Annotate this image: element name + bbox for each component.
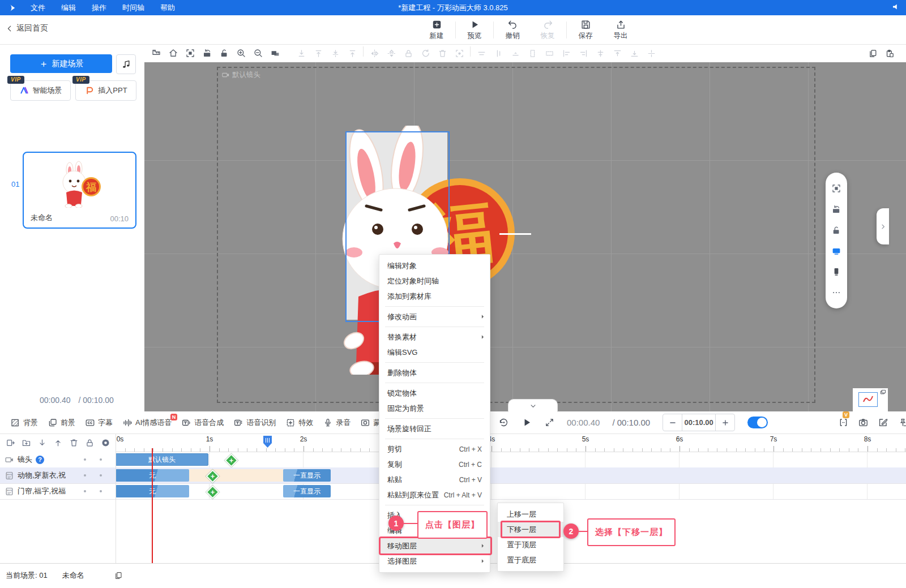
rotate-screen-icon[interactable] bbox=[831, 204, 841, 214]
tool-AI情感语音[interactable]: AI情感语音N bbox=[122, 418, 172, 428]
folder-plus-icon[interactable] bbox=[22, 438, 31, 448]
lock-icon[interactable] bbox=[85, 438, 95, 448]
submenu-item-置于底层[interactable]: 置于底层 bbox=[498, 552, 563, 568]
unlock-icon[interactable] bbox=[831, 225, 841, 235]
menu-item-时间轴[interactable]: 时间轴 bbox=[114, 0, 152, 15]
menu-item-帮助[interactable]: 帮助 bbox=[152, 0, 183, 15]
replay-icon[interactable] bbox=[498, 417, 509, 428]
track-toggle-dot[interactable] bbox=[84, 490, 86, 492]
tool-录音[interactable]: 录音 bbox=[323, 418, 351, 428]
pin-tool-icon[interactable] bbox=[898, 417, 906, 428]
tool-背景[interactable]: 背景 bbox=[10, 418, 38, 428]
context-item-固定为前景[interactable]: 固定为前景 bbox=[379, 401, 490, 416]
paste-icon[interactable] bbox=[881, 46, 898, 60]
popout-window-icon[interactable] bbox=[879, 389, 887, 396]
help-icon[interactable]: ? bbox=[36, 456, 44, 464]
duration-increase-button[interactable] bbox=[716, 414, 734, 431]
context-item-添加到素材库[interactable]: 添加到素材库 bbox=[379, 289, 490, 304]
arrow-down-icon[interactable] bbox=[37, 438, 47, 448]
submenu-item-下移一层[interactable]: 下移一层 bbox=[498, 522, 563, 537]
zoom-in-icon[interactable] bbox=[233, 46, 250, 60]
tool-语音识别[interactable]: 语音识别 bbox=[233, 418, 276, 428]
add-animation-diamond[interactable] bbox=[206, 485, 219, 499]
clip-默认镜头[interactable]: 默认镜头 bbox=[116, 453, 208, 466]
menu-item-文件[interactable]: 文件 bbox=[23, 0, 53, 15]
context-item-场景旋转回正[interactable]: 场景旋转回正 bbox=[379, 421, 490, 436]
context-item-编辑SVG[interactable]: 编辑SVG bbox=[379, 345, 490, 360]
preview-button[interactable]: 预览 bbox=[457, 19, 492, 41]
timeline-ruler[interactable]: 0s1s2s3s4s5s6s7s8s bbox=[116, 434, 906, 452]
zoom-out-icon[interactable] bbox=[250, 46, 267, 60]
layers-flat-icon[interactable] bbox=[267, 46, 284, 60]
copy-scene-icon[interactable] bbox=[114, 571, 123, 580]
clip-一直显示[interactable]: 一直显示 bbox=[283, 469, 331, 482]
landscape-icon[interactable] bbox=[831, 246, 841, 256]
context-item-锁定物体[interactable]: 锁定物体 bbox=[379, 385, 490, 401]
dots-icon[interactable] bbox=[831, 287, 841, 298]
smart-scene-button[interactable]: VIP 智能场景 bbox=[10, 80, 71, 101]
visible-dark-icon[interactable] bbox=[101, 438, 110, 448]
arrow-up-icon[interactable] bbox=[53, 438, 63, 448]
menu-item-操作[interactable]: 操作 bbox=[84, 0, 114, 15]
save-button[interactable]: 保存 bbox=[568, 19, 603, 41]
auto-advance-toggle[interactable] bbox=[747, 417, 768, 428]
insert-ppt-button[interactable]: VIP 插入PPT bbox=[75, 80, 136, 101]
home-icon[interactable] bbox=[165, 46, 182, 60]
context-item-定位对象时间轴[interactable]: 定位对象时间轴 bbox=[379, 273, 490, 289]
fit-screen-icon[interactable] bbox=[831, 183, 841, 194]
undo-button[interactable]: 撤销 bbox=[495, 19, 530, 41]
fit-screen-icon[interactable] bbox=[182, 46, 199, 60]
context-item-编辑对象[interactable]: 编辑对象 bbox=[379, 258, 490, 273]
track-toggle-dot[interactable] bbox=[100, 490, 102, 492]
context-item-复制[interactable]: 复制Ctrl + C bbox=[379, 457, 490, 472]
import-clip-icon[interactable] bbox=[6, 438, 15, 448]
menu-item-编辑[interactable]: 编辑 bbox=[53, 0, 84, 15]
timeline-collapse-tab[interactable] bbox=[508, 399, 558, 412]
context-item-替换素材[interactable]: 替换素材 bbox=[379, 329, 490, 345]
duration-decrease-button[interactable] bbox=[663, 414, 682, 431]
panel-expander[interactable] bbox=[877, 208, 889, 244]
submenu-item-上移一层[interactable]: 上移一层 bbox=[498, 507, 563, 522]
submenu-item-置于顶层[interactable]: 置于顶层 bbox=[498, 537, 563, 552]
track-toggle-dot[interactable] bbox=[84, 458, 86, 461]
track-toggle-dot[interactable] bbox=[100, 474, 102, 477]
object-handle[interactable] bbox=[499, 233, 531, 235]
context-item-删除物体[interactable]: 删除物体 bbox=[379, 365, 490, 380]
new-scene-button[interactable]: ＋新建场景 bbox=[10, 54, 112, 73]
scene-thumbnail[interactable]: 福 未命名 00:10 bbox=[23, 152, 136, 229]
tool-字幕[interactable]: 字幕 bbox=[85, 418, 113, 428]
music-button[interactable] bbox=[116, 54, 136, 74]
play-icon[interactable] bbox=[522, 417, 532, 428]
camera-photo-icon[interactable] bbox=[858, 417, 869, 428]
context-item-修改动画[interactable]: 修改动画 bbox=[379, 309, 490, 324]
volume-icon[interactable] bbox=[891, 2, 901, 12]
mini-preview-thumbnail[interactable] bbox=[858, 392, 878, 407]
export-button[interactable]: 导出 bbox=[603, 19, 638, 41]
context-item-选择图层[interactable]: 选择图层 bbox=[379, 553, 490, 569]
context-item-移动图层[interactable]: 移动图层 bbox=[379, 538, 490, 553]
tool-特效[interactable]: 特效 bbox=[285, 418, 313, 428]
add-animation-diamond[interactable] bbox=[224, 453, 238, 467]
duration-value[interactable]: 00:10.00 bbox=[682, 414, 716, 431]
context-item-粘贴[interactable]: 粘贴Ctrl + V bbox=[379, 472, 490, 487]
track-toggle-dot[interactable] bbox=[100, 458, 102, 461]
new-button[interactable]: 新建 bbox=[419, 19, 454, 41]
display-range[interactable] bbox=[189, 469, 283, 482]
fullscreen-icon[interactable] bbox=[545, 418, 554, 427]
copy-icon[interactable] bbox=[864, 46, 881, 60]
clip-一直显示[interactable]: 一直显示 bbox=[283, 485, 331, 497]
unlock-icon[interactable] bbox=[216, 46, 233, 60]
trash-icon[interactable] bbox=[69, 438, 79, 448]
rotate-screen-icon[interactable] bbox=[199, 46, 216, 60]
ruler-icon[interactable] bbox=[148, 46, 165, 60]
stage-canvas[interactable]: 默认镜头 福 bbox=[144, 62, 906, 411]
compose-icon[interactable] bbox=[878, 417, 888, 428]
portrait-icon[interactable] bbox=[831, 267, 841, 277]
brackets-dots-icon[interactable]: V bbox=[838, 417, 849, 428]
tool-语音合成[interactable]: 语音合成 bbox=[181, 418, 224, 428]
tool-前景[interactable]: 前景 bbox=[48, 418, 75, 428]
track-toggle-dot[interactable] bbox=[84, 474, 86, 477]
context-item-粘贴到原来位置[interactable]: 粘贴到原来位置Ctrl + Alt + V bbox=[379, 487, 490, 503]
back-home-button[interactable]: 返回首页 bbox=[6, 23, 48, 33]
context-item-剪切[interactable]: 剪切Ctrl + X bbox=[379, 441, 490, 457]
